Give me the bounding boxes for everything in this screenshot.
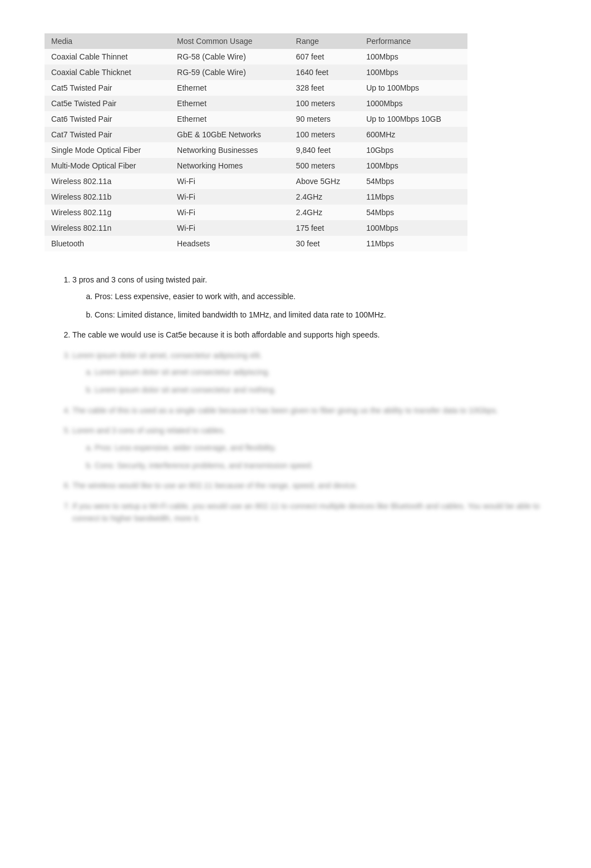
table-cell: RG-58 (Cable Wire) — [170, 49, 289, 65]
media-table: Media Most Common Usage Range Performanc… — [45, 33, 467, 251]
table-cell: 2.4GHz — [289, 205, 359, 220]
table-cell: Ethernet — [170, 96, 289, 111]
media-table-container: Media Most Common Usage Range Performanc… — [45, 33, 546, 251]
main-list: 3 pros and 3 cons of using twisted pair.… — [56, 274, 546, 524]
table-cell: 11Mbps — [359, 189, 467, 205]
table-cell: 30 feet — [289, 236, 359, 251]
table-cell: Multi-Mode Optical Fiber — [45, 158, 170, 173]
table-cell: Cat6 Twisted Pair — [45, 111, 170, 127]
question-7-blurred: If you were to setup a Wi-Fi cable, you … — [72, 500, 546, 525]
q1-sub-a-text: Pros: Less expensive, easier to work wit… — [95, 292, 296, 301]
table-row: Wireless 802.11gWi-Fi2.4GHz54Mbps — [45, 205, 467, 220]
table-cell: Single Mode Optical Fiber — [45, 142, 170, 158]
question-5-blurred: Lorem and 3 cons of using related to cab… — [72, 424, 546, 472]
question-6-blurred: The wireless would like to use an 802.11… — [72, 479, 546, 492]
table-cell: Wireless 802.11b — [45, 189, 170, 205]
content-section: 3 pros and 3 cons of using twisted pair.… — [45, 274, 546, 524]
table-cell: 100 meters — [289, 127, 359, 142]
table-cell: 11Mbps — [359, 236, 467, 251]
table-cell: Networking Businesses — [170, 142, 289, 158]
table-cell: Wi-Fi — [170, 173, 289, 189]
table-cell: Headsets — [170, 236, 289, 251]
table-cell: 9,840 feet — [289, 142, 359, 158]
col-header-media: Media — [45, 33, 170, 49]
table-row: Wireless 802.11bWi-Fi2.4GHz11Mbps — [45, 189, 467, 205]
table-cell: Wireless 802.11g — [45, 205, 170, 220]
table-cell: Ethernet — [170, 80, 289, 96]
table-cell: Ethernet — [170, 111, 289, 127]
q1-sub-list: Pros: Less expensive, easier to work wit… — [72, 290, 546, 321]
table-cell: 54Mbps — [359, 205, 467, 220]
table-cell: 90 meters — [289, 111, 359, 127]
table-cell: 100Mbps — [359, 220, 467, 236]
table-cell: Cat5e Twisted Pair — [45, 96, 170, 111]
table-cell: Cat5 Twisted Pair — [45, 80, 170, 96]
table-cell: Wi-Fi — [170, 189, 289, 205]
table-cell: Wi-Fi — [170, 205, 289, 220]
q1-sub-b-text: Cons: Limited distance, limited bandwidt… — [95, 310, 386, 319]
table-cell: 100Mbps — [359, 49, 467, 65]
table-cell: Wireless 802.11a — [45, 173, 170, 189]
table-row: Multi-Mode Optical FiberNetworking Homes… — [45, 158, 467, 173]
table-cell: 328 feet — [289, 80, 359, 96]
table-row: Cat7 Twisted PairGbE & 10GbE Networks100… — [45, 127, 467, 142]
q2-text: The cable we would use is Cat5e because … — [72, 330, 380, 339]
table-cell: Bluetooth — [45, 236, 170, 251]
table-row: Wireless 802.11aWi-FiAbove 5GHz54Mbps — [45, 173, 467, 189]
q1-sub-a: Pros: Less expensive, easier to work wit… — [95, 290, 546, 302]
table-row: BluetoothHeadsets30 feet11Mbps — [45, 236, 467, 251]
table-row: Cat6 Twisted PairEthernet90 metersUp to … — [45, 111, 467, 127]
table-cell: 100Mbps — [359, 158, 467, 173]
table-cell: Cat7 Twisted Pair — [45, 127, 170, 142]
table-cell: 500 meters — [289, 158, 359, 173]
table-row: Coaxial Cable ThinnetRG-58 (Cable Wire)6… — [45, 49, 467, 65]
table-cell: 1000Mbps — [359, 96, 467, 111]
question-4-blurred: The cable of this is used as a single ca… — [72, 404, 546, 416]
table-cell: GbE & 10GbE Networks — [170, 127, 289, 142]
table-cell: 600MHz — [359, 127, 467, 142]
table-cell: 10Gbps — [359, 142, 467, 158]
col-header-range: Range — [289, 33, 359, 49]
question-3-blurred: Lorem ipsum dolor sit amet, consectetur … — [72, 349, 546, 396]
table-row: Cat5e Twisted PairEthernet100 meters1000… — [45, 96, 467, 111]
table-cell: 100 meters — [289, 96, 359, 111]
table-cell: 175 feet — [289, 220, 359, 236]
table-cell: 2.4GHz — [289, 189, 359, 205]
question-1: 3 pros and 3 cons of using twisted pair.… — [72, 274, 546, 321]
table-cell: 100Mbps — [359, 65, 467, 80]
table-row: Cat5 Twisted PairEthernet328 feetUp to 1… — [45, 80, 467, 96]
table-row: Single Mode Optical FiberNetworking Busi… — [45, 142, 467, 158]
table-cell: 1640 feet — [289, 65, 359, 80]
table-cell: Up to 100Mbps — [359, 80, 467, 96]
table-row: Coaxial Cable ThicknetRG-59 (Cable Wire)… — [45, 65, 467, 80]
table-cell: Coaxial Cable Thinnet — [45, 49, 170, 65]
q1-text: 3 pros and 3 cons of using twisted pair. — [72, 275, 207, 284]
q1-sub-b: Cons: Limited distance, limited bandwidt… — [95, 309, 546, 321]
table-cell: 54Mbps — [359, 173, 467, 189]
table-cell: Networking Homes — [170, 158, 289, 173]
table-row: Wireless 802.11nWi-Fi175 feet100Mbps — [45, 220, 467, 236]
col-header-usage: Most Common Usage — [170, 33, 289, 49]
table-cell: Above 5GHz — [289, 173, 359, 189]
table-cell: RG-59 (Cable Wire) — [170, 65, 289, 80]
col-header-performance: Performance — [359, 33, 467, 49]
table-header-row: Media Most Common Usage Range Performanc… — [45, 33, 467, 49]
table-cell: 607 feet — [289, 49, 359, 65]
question-2: The cable we would use is Cat5e because … — [72, 329, 546, 341]
table-cell: Up to 100Mbps 10GB — [359, 111, 467, 127]
table-cell: Wireless 802.11n — [45, 220, 170, 236]
table-cell: Wi-Fi — [170, 220, 289, 236]
table-cell: Coaxial Cable Thicknet — [45, 65, 170, 80]
